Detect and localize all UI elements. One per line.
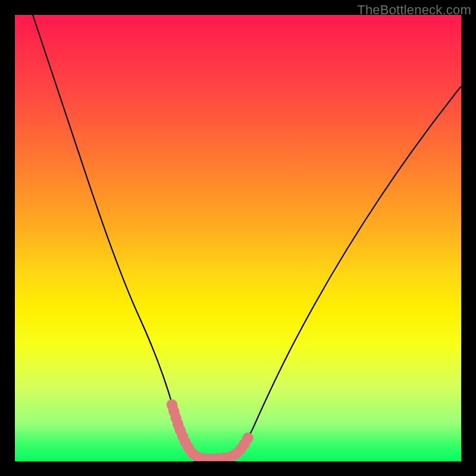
highlight-segment bbox=[172, 405, 249, 459]
plot-area bbox=[15, 15, 461, 461]
bottleneck-curve bbox=[33, 15, 461, 458]
outer-frame: TheBottleneck.com bbox=[0, 0, 476, 476]
curve-layer bbox=[15, 15, 461, 461]
